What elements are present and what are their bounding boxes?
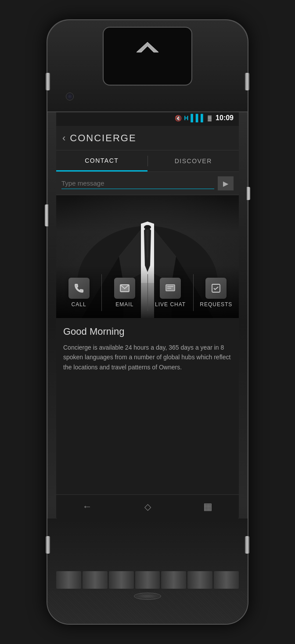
status-time: 10:09 xyxy=(216,114,234,122)
livechat-icon xyxy=(160,278,181,299)
livechat-button[interactable]: LIVE CHAT xyxy=(148,274,194,311)
camera-icon xyxy=(66,93,74,100)
power-button[interactable] xyxy=(247,187,250,200)
signal-icon: H xyxy=(184,114,188,122)
hero-area: CALL EMAIL xyxy=(56,195,239,318)
app-header: ‹ CONCIERGE xyxy=(56,126,239,150)
message-input[interactable] xyxy=(61,178,214,189)
segment-6 xyxy=(187,571,212,589)
phone-screen: 🔇 H ▌▌▌ ▓ 10:09 ‹ CONCIERGE CONTACT DISC… xyxy=(56,110,239,519)
top-bezel xyxy=(47,20,248,112)
nav-menu-button[interactable]: ▦ xyxy=(203,501,212,512)
app-title: CONCIERGE xyxy=(70,132,136,144)
nav-home-button[interactable]: ◇ xyxy=(144,501,151,512)
clasp-bottom-left xyxy=(46,536,50,554)
call-button[interactable]: CALL xyxy=(56,274,102,311)
svg-marker-0 xyxy=(137,42,158,52)
action-icons-bar: CALL EMAIL xyxy=(56,265,239,318)
send-button[interactable]: ▶ xyxy=(218,176,234,190)
phone-device: 🔇 H ▌▌▌ ▓ 10:09 ‹ CONCIERGE CONTACT DISC… xyxy=(47,19,248,625)
svg-point-2 xyxy=(144,225,151,229)
segment-1 xyxy=(56,571,81,589)
segment-3 xyxy=(109,571,134,589)
livechat-label: LIVE CHAT xyxy=(155,301,186,308)
message-input-row: ▶ xyxy=(56,172,239,195)
greeting-title: Good Morning xyxy=(63,326,232,337)
bottom-nav-bar: ← ◇ ▦ xyxy=(56,494,239,519)
tabs-container: CONTACT DISCOVER xyxy=(56,150,239,172)
volume-button[interactable] xyxy=(45,204,48,226)
requests-button[interactable]: REQUESTS xyxy=(194,274,239,311)
call-icon xyxy=(68,278,90,299)
email-button[interactable]: EMAIL xyxy=(102,274,148,311)
email-label: EMAIL xyxy=(115,301,133,308)
back-button[interactable]: ‹ xyxy=(62,132,65,144)
bottom-leather xyxy=(47,591,248,624)
call-label: CALL xyxy=(72,301,86,308)
clasp-top-left xyxy=(46,73,50,90)
send-icon: ▶ xyxy=(223,179,228,188)
email-icon xyxy=(114,278,135,299)
requests-icon xyxy=(205,278,227,299)
bottom-bezel xyxy=(47,519,248,624)
battery-icon: ▓ xyxy=(208,115,212,121)
tab-contact[interactable]: CONTACT xyxy=(56,150,148,172)
clasp-top-right xyxy=(245,73,249,90)
segment-4 xyxy=(135,571,160,589)
tab-discover[interactable]: DISCOVER xyxy=(148,150,239,172)
svg-rect-4 xyxy=(166,285,175,291)
signal-bars-icon: ▌▌▌ xyxy=(191,114,205,122)
greeting-description: Concierge is available 24 hours a day, 3… xyxy=(63,343,232,372)
segment-2 xyxy=(83,571,108,589)
nav-back-button[interactable]: ← xyxy=(83,501,92,512)
status-bar: 🔇 H ▌▌▌ ▓ 10:09 xyxy=(56,110,239,126)
mute-icon: 🔇 xyxy=(175,115,182,122)
content-area: Good Morning Concierge is available 24 h… xyxy=(56,318,239,380)
status-icons: 🔇 H ▌▌▌ ▓ 10:09 xyxy=(175,114,234,122)
bottom-segments xyxy=(56,571,239,589)
segment-7 xyxy=(214,571,239,589)
segment-5 xyxy=(161,571,186,589)
requests-label: REQUESTS xyxy=(200,301,232,308)
clasp-bottom-right xyxy=(245,536,249,554)
vertu-logo-icon xyxy=(134,40,161,55)
